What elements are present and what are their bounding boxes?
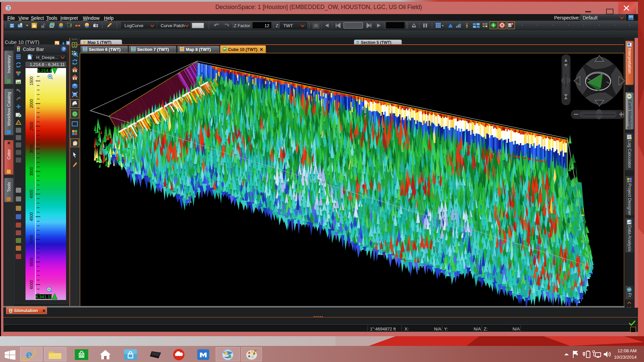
svg-text:3500: 3500 bbox=[29, 167, 34, 176]
svg-text:1500: 1500 bbox=[29, 76, 34, 85]
svg-text:?: ? bbox=[63, 47, 65, 51]
svg-text:4500: 4500 bbox=[29, 212, 34, 221]
svg-text:6000: 6000 bbox=[29, 280, 34, 289]
svg-text:2000: 2000 bbox=[29, 99, 34, 108]
svg-text:3000: 3000 bbox=[29, 144, 34, 153]
svg-text:5500: 5500 bbox=[29, 257, 34, 266]
svg-text:4000: 4000 bbox=[29, 189, 34, 198]
svg-text:5000: 5000 bbox=[29, 235, 34, 244]
svg-text:2500: 2500 bbox=[29, 122, 34, 131]
